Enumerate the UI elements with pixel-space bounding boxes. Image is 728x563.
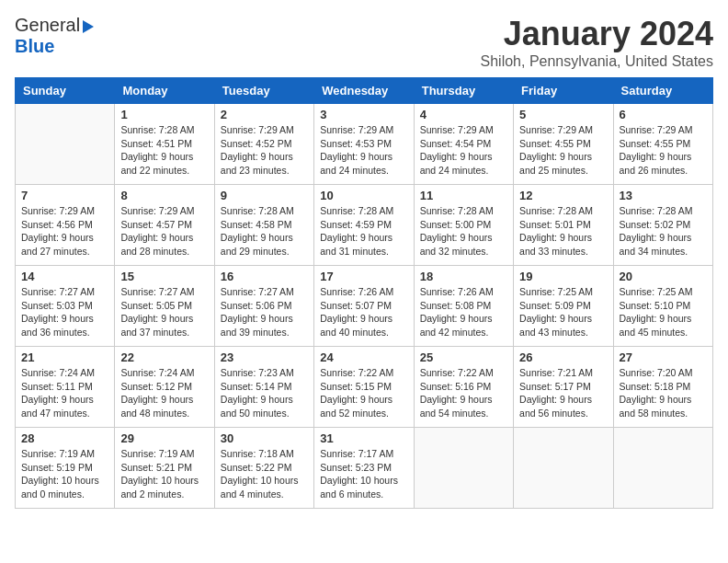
cell-content-line: and 24 minutes. <box>320 164 407 178</box>
day-of-week-header: Friday <box>514 78 613 104</box>
day-of-week-header: Saturday <box>613 78 712 104</box>
cell-content-line: Sunrise: 7:28 AM <box>221 204 308 218</box>
day-number: 28 <box>21 431 108 445</box>
cell-content-line: Daylight: 9 hours <box>620 150 707 164</box>
cell-content-line: and 37 minutes. <box>120 326 208 339</box>
cell-content-line: Sunrise: 7:19 AM <box>21 447 108 461</box>
cell-content-line: Sunrise: 7:21 AM <box>519 366 607 380</box>
calendar-cell: 28Sunrise: 7:19 AMSunset: 5:19 PMDayligh… <box>16 428 115 509</box>
cell-content-line: Daylight: 9 hours <box>420 393 507 407</box>
cell-content-line: and 48 minutes. <box>120 407 208 420</box>
day-number: 22 <box>120 350 208 364</box>
calendar-cell: 4Sunrise: 7:29 AMSunset: 4:54 PMDaylight… <box>414 104 513 185</box>
cell-content-line: and 27 minutes. <box>21 245 108 259</box>
cell-content-line: Daylight: 9 hours <box>519 231 607 245</box>
cell-content-line: and 28 minutes. <box>120 245 208 259</box>
day-of-week-header: Wednesday <box>314 78 414 104</box>
cell-content-line: and 47 minutes. <box>21 407 108 420</box>
cell-content-line: Sunrise: 7:24 AM <box>120 366 208 380</box>
calendar-cell: 31Sunrise: 7:17 AMSunset: 5:23 PMDayligh… <box>314 428 414 509</box>
cell-content-line: Sunset: 4:59 PM <box>320 218 407 232</box>
day-of-week-header: Monday <box>115 78 214 104</box>
cell-content-line: and 52 minutes. <box>320 407 407 420</box>
cell-content-line: and 2 minutes. <box>120 488 208 501</box>
calendar-cell: 11Sunrise: 7:28 AMSunset: 5:00 PMDayligh… <box>414 185 513 266</box>
cell-content-line: Sunrise: 7:18 AM <box>221 447 308 461</box>
cell-content-line: Sunset: 5:03 PM <box>21 299 108 313</box>
calendar-cell: 23Sunrise: 7:23 AMSunset: 5:14 PMDayligh… <box>214 347 313 428</box>
cell-content-line: Sunset: 5:21 PM <box>120 461 208 475</box>
cell-content-line: and 6 minutes. <box>320 488 407 501</box>
cell-content-line: Daylight: 9 hours <box>519 150 607 164</box>
cell-content-line: and 29 minutes. <box>221 245 308 259</box>
calendar-cell: 25Sunrise: 7:22 AMSunset: 5:16 PMDayligh… <box>414 347 513 428</box>
cell-content-line: and 0 minutes. <box>21 488 108 501</box>
cell-content-line: and 24 minutes. <box>420 164 507 178</box>
calendar-cell: 9Sunrise: 7:28 AMSunset: 4:58 PMDaylight… <box>214 185 313 266</box>
cell-content-line: Sunset: 4:57 PM <box>120 218 208 232</box>
cell-content-line: and 26 minutes. <box>620 164 707 178</box>
cell-content-line: Sunset: 5:08 PM <box>420 299 507 313</box>
cell-content-line: and 23 minutes. <box>221 164 308 178</box>
calendar-cell: 13Sunrise: 7:28 AMSunset: 5:02 PMDayligh… <box>613 185 712 266</box>
calendar-cell <box>414 428 513 509</box>
cell-content-line: Daylight: 9 hours <box>320 231 407 245</box>
cell-content-line: Sunset: 5:22 PM <box>221 461 308 475</box>
title-section: January 2024 Shiloh, Pennsylvania, Unite… <box>481 15 713 70</box>
day-number: 8 <box>120 189 208 202</box>
day-number: 14 <box>21 270 108 283</box>
cell-content-line: Sunrise: 7:24 AM <box>21 366 108 380</box>
day-number: 13 <box>620 189 707 202</box>
calendar-cell <box>16 104 115 185</box>
cell-content-line: Daylight: 9 hours <box>519 393 607 407</box>
cell-content-line: and 50 minutes. <box>221 407 308 420</box>
cell-content-line: Sunrise: 7:20 AM <box>620 366 707 380</box>
day-number: 2 <box>221 108 308 121</box>
cell-content-line: and 42 minutes. <box>420 326 507 339</box>
cell-content-line: Sunset: 5:01 PM <box>519 218 607 232</box>
cell-content-line: Daylight: 9 hours <box>320 393 407 407</box>
cell-content-line: and 40 minutes. <box>320 326 407 339</box>
day-of-week-header: Sunday <box>16 78 115 104</box>
cell-content-line: Sunrise: 7:29 AM <box>519 123 607 137</box>
cell-content-line: Sunrise: 7:26 AM <box>420 285 507 299</box>
cell-content-line: Sunset: 4:55 PM <box>620 137 707 151</box>
day-number: 1 <box>120 108 208 121</box>
day-number: 11 <box>420 189 507 202</box>
logo-general: General <box>15 15 80 36</box>
calendar-cell: 29Sunrise: 7:19 AMSunset: 5:21 PMDayligh… <box>115 428 214 509</box>
calendar-cell: 21Sunrise: 7:24 AMSunset: 5:11 PMDayligh… <box>16 347 115 428</box>
cell-content-line: Sunset: 5:05 PM <box>120 299 208 313</box>
cell-content-line: Sunset: 5:14 PM <box>221 380 308 394</box>
day-number: 30 <box>221 431 308 445</box>
cell-content-line: Sunrise: 7:27 AM <box>221 285 308 299</box>
calendar-cell: 14Sunrise: 7:27 AMSunset: 5:03 PMDayligh… <box>16 266 115 347</box>
cell-content-line: and 54 minutes. <box>420 407 507 420</box>
cell-content-line: and 31 minutes. <box>320 245 407 259</box>
cell-content-line: Sunrise: 7:22 AM <box>420 366 507 380</box>
cell-content-line: Sunrise: 7:23 AM <box>221 366 308 380</box>
cell-content-line: Daylight: 9 hours <box>320 150 407 164</box>
day-number: 16 <box>221 270 308 283</box>
cell-content-line: Sunset: 5:07 PM <box>320 299 407 313</box>
cell-content-line: Sunset: 5:16 PM <box>420 380 507 394</box>
cell-content-line: and 33 minutes. <box>519 245 607 259</box>
day-number: 6 <box>620 108 707 121</box>
cell-content-line: Sunset: 4:52 PM <box>221 137 308 151</box>
cell-content-line: and 43 minutes. <box>519 326 607 339</box>
calendar-cell: 20Sunrise: 7:25 AMSunset: 5:10 PMDayligh… <box>613 266 712 347</box>
cell-content-line: Sunset: 5:11 PM <box>21 380 108 394</box>
cell-content-line: and 36 minutes. <box>21 326 108 339</box>
logo-blue: Blue <box>15 36 54 57</box>
cell-content-line: Sunrise: 7:29 AM <box>21 204 108 218</box>
cell-content-line: Sunset: 5:02 PM <box>620 218 707 232</box>
cell-content-line: Sunset: 4:58 PM <box>221 218 308 232</box>
day-number: 12 <box>519 189 607 202</box>
calendar-subtitle: Shiloh, Pennsylvania, United States <box>481 53 713 70</box>
cell-content-line: Sunrise: 7:27 AM <box>21 285 108 299</box>
cell-content-line: Sunrise: 7:25 AM <box>519 285 607 299</box>
calendar-cell <box>514 428 613 509</box>
cell-content-line: and 25 minutes. <box>519 164 607 178</box>
cell-content-line: Daylight: 9 hours <box>420 312 507 326</box>
cell-content-line: Sunrise: 7:29 AM <box>320 123 407 137</box>
